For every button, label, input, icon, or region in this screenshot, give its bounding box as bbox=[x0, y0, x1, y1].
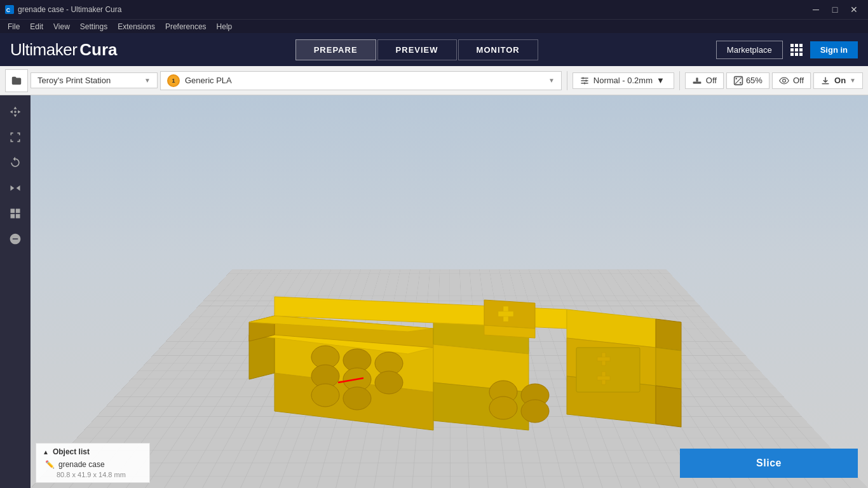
object-item[interactable]: ✏️ grenade case bbox=[43, 459, 143, 470]
percent-display: 65% bbox=[726, 72, 770, 89]
printer-arrow-icon: ▼ bbox=[144, 77, 151, 84]
mirror-tool[interactable] bbox=[4, 177, 27, 200]
scale-tool[interactable] bbox=[4, 126, 27, 149]
rotate-icon bbox=[9, 156, 22, 169]
settings-selector[interactable]: Normal - 0.2mm ▼ bbox=[573, 72, 674, 89]
svg-point-37 bbox=[311, 384, 339, 407]
percent-icon bbox=[733, 76, 743, 86]
viewport[interactable]: ▲ Object list ✏️ grenade case 80.8 x 41.… bbox=[31, 95, 868, 488]
svg-point-6 bbox=[735, 78, 736, 79]
material-selector[interactable]: 1 Generic PLA ▼ bbox=[160, 71, 562, 90]
svg-rect-11 bbox=[16, 209, 20, 214]
svg-marker-28 bbox=[656, 319, 681, 351]
svg-rect-2 bbox=[693, 81, 701, 83]
viewport-content: ▲ Object list ✏️ grenade case 80.8 x 41.… bbox=[31, 95, 868, 488]
object-list-header[interactable]: ▲ Object list bbox=[43, 447, 143, 456]
signin-button[interactable]: Sign in bbox=[810, 41, 858, 58]
svg-rect-3 bbox=[696, 78, 698, 81]
menu-edit[interactable]: Edit bbox=[25, 21, 48, 32]
toolbar-divider-1 bbox=[567, 71, 567, 90]
svg-rect-42 bbox=[498, 311, 513, 316]
download-icon bbox=[820, 76, 831, 86]
support-label: Off bbox=[706, 76, 717, 85]
header: Ultimaker Cura PREPARE PREVIEW MONITOR M… bbox=[0, 33, 868, 66]
svg-point-38 bbox=[343, 387, 371, 410]
slice-button[interactable]: Slice bbox=[680, 449, 858, 478]
window-title: grenade case - Ultimaker Cura bbox=[18, 5, 121, 14]
svg-rect-43 bbox=[576, 348, 640, 392]
edit-icon: ✏️ bbox=[45, 460, 55, 469]
logo-cura-text: Cura bbox=[79, 40, 117, 60]
sliders-icon bbox=[580, 76, 590, 86]
open-folder-button[interactable] bbox=[5, 69, 28, 92]
svg-rect-9 bbox=[822, 83, 829, 85]
header-nav: PREPARE PREVIEW MONITOR bbox=[295, 39, 538, 60]
svg-point-51 bbox=[521, 400, 549, 423]
model-svg bbox=[211, 195, 688, 437]
left-sidebar bbox=[0, 95, 31, 488]
nav-monitor[interactable]: MONITOR bbox=[458, 39, 538, 60]
support-toggle[interactable]: Off bbox=[685, 72, 724, 89]
marketplace-button[interactable]: Marketplace bbox=[716, 41, 783, 59]
per-model-icon bbox=[9, 207, 22, 220]
per-model-tool[interactable] bbox=[4, 202, 27, 225]
svg-point-8 bbox=[783, 79, 786, 82]
menu-file[interactable]: File bbox=[3, 21, 25, 32]
svg-marker-29 bbox=[656, 348, 681, 389]
app-icon: C bbox=[5, 5, 14, 14]
preview-toggle[interactable]: Off bbox=[772, 72, 811, 89]
svg-rect-47 bbox=[597, 376, 610, 380]
settings-label: Normal - 0.2mm bbox=[593, 76, 653, 85]
header-right: Marketplace Sign in bbox=[716, 41, 858, 59]
material-name: Generic PLA bbox=[185, 76, 232, 85]
svg-rect-13 bbox=[16, 214, 20, 219]
maximize-button[interactable]: □ bbox=[826, 3, 844, 16]
close-button[interactable]: ✕ bbox=[845, 3, 863, 16]
grid-icon bbox=[790, 44, 803, 56]
svg-marker-30 bbox=[656, 386, 681, 427]
move-tool[interactable] bbox=[4, 100, 27, 123]
menu-extensions[interactable]: Extensions bbox=[112, 21, 160, 32]
nav-prepare[interactable]: PREPARE bbox=[295, 39, 376, 60]
minimize-button[interactable]: ─ bbox=[807, 3, 825, 16]
rotate-tool[interactable] bbox=[4, 151, 27, 174]
material-arrow-icon: ▼ bbox=[548, 77, 555, 84]
mirror-icon bbox=[9, 182, 22, 194]
logo-ultimaker: Ultimaker bbox=[10, 40, 77, 60]
menu-settings[interactable]: Settings bbox=[75, 21, 112, 32]
svg-rect-12 bbox=[11, 214, 15, 219]
slice-chevron-icon: ▼ bbox=[850, 77, 856, 84]
menu-view[interactable]: View bbox=[48, 21, 75, 32]
support-blocker-tool[interactable] bbox=[4, 227, 27, 250]
svg-point-36 bbox=[375, 371, 403, 394]
title-bar: C grenade case - Ultimaker Cura ─ □ ✕ bbox=[0, 0, 868, 19]
svg-rect-10 bbox=[11, 209, 15, 214]
printer-name: Teroy's Print Station bbox=[37, 76, 111, 85]
slice-panel: Slice bbox=[680, 449, 858, 478]
move-icon bbox=[9, 105, 22, 118]
main-area: ▲ Object list ✏️ grenade case 80.8 x 41.… bbox=[0, 95, 868, 488]
window-controls[interactable]: ─ □ ✕ bbox=[807, 3, 863, 16]
grid-button[interactable] bbox=[788, 41, 805, 58]
toolbar: Teroy's Print Station ▼ 1 Generic PLA ▼ … bbox=[0, 66, 868, 95]
menu-preferences[interactable]: Preferences bbox=[160, 21, 212, 32]
toolbar-divider-2 bbox=[679, 71, 680, 90]
svg-point-50 bbox=[489, 396, 517, 419]
material-badge: 1 bbox=[167, 74, 180, 87]
slice-on-label: On bbox=[834, 76, 846, 85]
svg-point-7 bbox=[740, 82, 741, 83]
menu-help[interactable]: Help bbox=[212, 21, 238, 32]
nav-preview[interactable]: PREVIEW bbox=[377, 39, 457, 60]
menu-bar: File Edit View Settings Extensions Prefe… bbox=[0, 19, 868, 33]
settings-arrow-icon: ▼ bbox=[656, 76, 665, 85]
svg-rect-45 bbox=[597, 357, 610, 361]
printer-selector[interactable]: Teroy's Print Station ▼ bbox=[31, 72, 158, 88]
eye-icon bbox=[779, 76, 789, 86]
svg-text:C: C bbox=[6, 7, 11, 13]
scale-icon bbox=[9, 131, 22, 144]
folder-icon bbox=[11, 75, 22, 86]
collapse-icon: ▲ bbox=[43, 449, 49, 456]
object-panel: ▲ Object list ✏️ grenade case 80.8 x 41.… bbox=[36, 443, 150, 483]
model-container bbox=[211, 195, 688, 437]
slice-toggle[interactable]: On ▼ bbox=[813, 72, 863, 89]
